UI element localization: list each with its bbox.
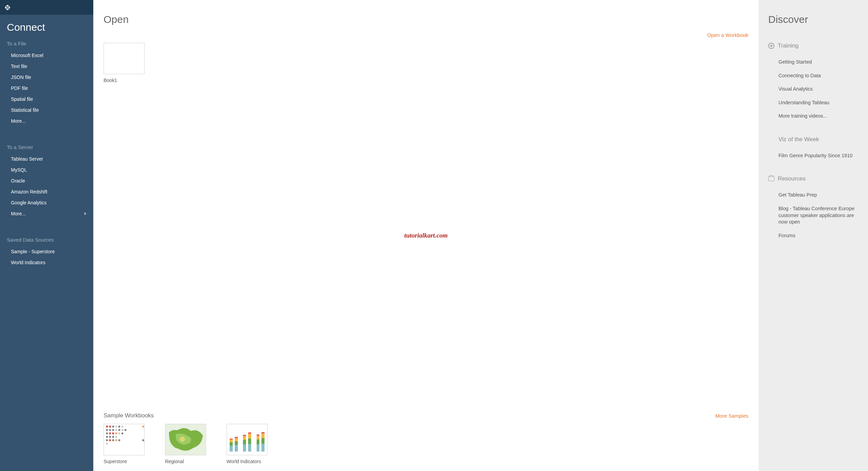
resources-header: Resources (768, 175, 858, 182)
server-more[interactable]: More... (7, 208, 93, 219)
sample-world-indicators[interactable]: World Indicators (227, 424, 268, 464)
saved-world-indicators[interactable]: World Indicators (7, 257, 93, 268)
saved-superstore[interactable]: Sample - Superstore (7, 246, 93, 257)
resource-forums[interactable]: Forums (768, 229, 858, 243)
sample-workbooks-grid: Superstore Regional (104, 424, 748, 464)
training-header: Training (768, 42, 858, 49)
chevron-right-icon (84, 212, 86, 215)
connect-title: Connect (7, 22, 93, 33)
svg-rect-1 (6, 5, 9, 6)
resource-blog[interactable]: Blog - Tableau Conference Europe custome… (768, 202, 858, 229)
training-connecting[interactable]: Connecting to Data (768, 69, 858, 83)
superstore-thumb (104, 424, 145, 455)
tableau-logo-icon (4, 4, 11, 11)
more-samples-link[interactable]: More Samples (715, 413, 748, 419)
newspaper-icon (768, 176, 774, 181)
viz-film-genre[interactable]: Film Genre Popularity Since 1910 (768, 149, 858, 163)
regional-thumb (165, 424, 206, 455)
server-ga[interactable]: Google Analytics (7, 197, 93, 208)
training-getting-started[interactable]: Getting Started (768, 55, 858, 69)
file-text[interactable]: Text file (7, 61, 93, 72)
file-json[interactable]: JSON file (7, 72, 93, 83)
open-title: Open (104, 14, 128, 25)
workbook-thumb-blank (104, 43, 145, 74)
section-header-saved: Saved Data Sources (7, 237, 93, 243)
logo-area[interactable] (0, 0, 93, 15)
sample-label: World Indicators (227, 459, 268, 464)
sample-label: Regional (165, 459, 206, 464)
discover-title: Discover (768, 14, 858, 25)
server-mysql[interactable]: MySQL (7, 164, 93, 175)
watermark-text: tutorialkart.com (404, 232, 448, 239)
training-more-videos[interactable]: More training videos... (768, 109, 858, 123)
resource-prep[interactable]: Get Tableau Prep (768, 188, 858, 202)
sample-label: Superstore (104, 459, 145, 464)
main-panel: Open Open a Workbook Book1 tutorialkart.… (93, 0, 759, 471)
svg-rect-5 (5, 6, 6, 9)
sample-superstore[interactable]: Superstore (104, 424, 145, 464)
svg-point-10 (179, 436, 185, 442)
open-workbook-link[interactable]: Open a Workbook (707, 32, 748, 38)
training-visual-analytics[interactable]: Visual Analytics (768, 82, 858, 96)
server-tableau[interactable]: Tableau Server (7, 153, 93, 164)
sample-workbooks-title: Sample Workbooks (104, 412, 154, 419)
world-indicators-thumb (227, 424, 268, 455)
workbook-book1[interactable]: Book1 (104, 43, 145, 83)
section-header-server: To a Server (7, 144, 93, 150)
file-excel[interactable]: Microsoft Excel (7, 50, 93, 61)
recent-workbooks: Book1 (104, 43, 748, 83)
svg-rect-3 (6, 9, 9, 10)
file-statistical[interactable]: Statistical file (7, 105, 93, 116)
play-circle-icon (768, 43, 774, 49)
discover-panel: Discover Training Getting Started Connec… (759, 0, 868, 471)
svg-rect-8 (7, 7, 8, 8)
svg-rect-7 (9, 6, 10, 9)
training-understanding[interactable]: Understanding Tableau (768, 96, 858, 110)
file-pdf[interactable]: PDF file (7, 83, 93, 94)
connect-sidebar: Connect To a File Microsoft Excel Text f… (0, 0, 93, 471)
server-redshift[interactable]: Amazon Redshift (7, 186, 93, 197)
server-oracle[interactable]: Oracle (7, 175, 93, 186)
file-spatial[interactable]: Spatial file (7, 94, 93, 105)
section-header-file: To a File (7, 41, 93, 46)
sample-regional[interactable]: Regional (165, 424, 206, 464)
workbook-label: Book1 (104, 78, 145, 83)
viz-header: Viz of the Week (768, 136, 858, 143)
file-more[interactable]: More... (7, 116, 93, 126)
